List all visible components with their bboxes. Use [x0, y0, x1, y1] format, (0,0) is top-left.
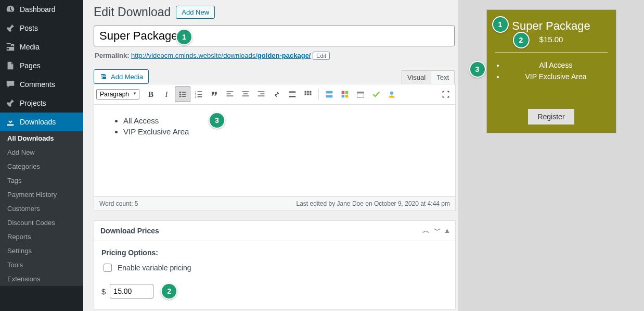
sidebar-item-downloads[interactable]: Downloads [0, 113, 83, 131]
align-right-button[interactable] [254, 87, 268, 102]
sub-item-add-new[interactable]: Add New [0, 145, 83, 159]
sidebar-item-media[interactable]: Media [0, 38, 83, 56]
price-input[interactable] [110, 284, 153, 298]
caret-up-icon[interactable]: ▴ [445, 226, 449, 235]
link-button[interactable] [269, 87, 284, 102]
checkmark-button[interactable] [369, 87, 383, 102]
sidebar-label: Dashboard [20, 5, 56, 14]
permalink-label: Permalink: [95, 52, 129, 59]
variable-pricing-toggle[interactable]: Enable variable pricing [101, 262, 448, 273]
page-title: Edit Download [94, 5, 171, 19]
svg-text:3: 3 [195, 96, 197, 98]
readmore-button[interactable] [285, 87, 300, 102]
numbered-list-button[interactable]: 123 [191, 87, 206, 102]
sidebar-label: Posts [20, 24, 38, 32]
register-button[interactable]: Register [528, 109, 574, 125]
calendar-button[interactable] [353, 87, 368, 102]
sub-item-extensions[interactable]: Extensions [0, 272, 83, 286]
annotation-bubble-1: 1 [176, 29, 192, 45]
preview-feature: VIP Exclusive Area [505, 72, 608, 81]
sub-item-discount-codes[interactable]: Discount Codes [0, 216, 83, 230]
svg-rect-9 [198, 94, 202, 95]
sub-item-categories[interactable]: Categories [0, 159, 83, 173]
add-media-button[interactable]: Add Media [94, 69, 149, 84]
svg-point-0 [179, 91, 181, 93]
svg-rect-35 [345, 95, 349, 98]
annotation-bubble-2: 2 [513, 32, 530, 48]
align-left-button[interactable] [223, 87, 237, 102]
svg-rect-29 [310, 93, 311, 95]
page-icon [5, 60, 16, 71]
permalink-edit-button[interactable]: Edit [313, 52, 330, 60]
sub-item-all-downloads[interactable]: All Downloads [0, 131, 83, 145]
add-media-label: Add Media [111, 73, 143, 81]
svg-rect-24 [305, 91, 306, 93]
svg-rect-37 [357, 92, 364, 93]
user-button[interactable] [384, 87, 399, 102]
sidebar-label: Media [20, 43, 40, 51]
sub-item-settings[interactable]: Settings [0, 244, 83, 258]
sub-item-payment-history[interactable]: Payment History [0, 188, 83, 202]
bullet-list-button[interactable] [175, 86, 190, 102]
tab-text[interactable]: Text [431, 70, 455, 84]
svg-rect-26 [310, 91, 311, 93]
chevron-down-icon[interactable]: ﹀ [434, 226, 441, 235]
sidebar-submenu: All Downloads Add New Categories Tags Pa… [0, 131, 83, 286]
fullscreen-button[interactable] [439, 87, 453, 102]
annotation-bubble-3: 3 [209, 112, 225, 129]
editor-toolbar: Paragraph B I 123 [94, 84, 455, 105]
sidebar-item-projects[interactable]: Projects [0, 94, 83, 113]
svg-rect-7 [198, 91, 202, 92]
bold-button[interactable]: B [144, 87, 158, 102]
tab-visual[interactable]: Visual [402, 70, 431, 84]
editor-box: Paragraph B I 123 [94, 84, 456, 211]
download-icon [5, 117, 16, 127]
word-count: Word count: 5 [99, 200, 138, 207]
paragraph-select[interactable]: Paragraph [96, 89, 139, 99]
sidebar-label: Projects [20, 99, 46, 107]
italic-button[interactable]: I [159, 87, 174, 102]
sub-item-customers[interactable]: Customers [0, 202, 83, 216]
sidebar-item-dashboard[interactable]: Dashboard [0, 0, 83, 19]
gauge-icon [5, 4, 16, 15]
sub-item-reports[interactable]: Reports [0, 230, 83, 244]
svg-rect-20 [258, 95, 265, 96]
svg-rect-34 [342, 95, 345, 98]
quote-button[interactable] [207, 87, 222, 102]
media-icon [5, 42, 16, 52]
svg-rect-11 [198, 96, 202, 97]
svg-rect-16 [243, 93, 248, 94]
sub-item-tools[interactable]: Tools [0, 258, 83, 272]
media-icon [99, 72, 108, 81]
editor-content[interactable]: All Access VIP Exclusive Area 3 [94, 105, 455, 196]
svg-rect-25 [307, 91, 308, 93]
align-center-button[interactable] [238, 87, 253, 102]
toolbar-toggle-button[interactable] [301, 87, 315, 102]
post-title-input[interactable] [94, 26, 455, 46]
content-bullet: All Access [123, 116, 444, 125]
svg-rect-21 [289, 91, 296, 92]
editor-tabs: Visual Text [402, 70, 455, 84]
variable-pricing-checkbox[interactable] [104, 264, 112, 272]
svg-rect-5 [182, 96, 186, 97]
svg-rect-13 [227, 93, 231, 94]
shortcode-button[interactable] [338, 87, 352, 102]
page-break-button[interactable] [322, 87, 337, 102]
sidebar-label: Comments [20, 80, 55, 89]
sidebar-item-pages[interactable]: Pages [0, 56, 83, 75]
sidebar-label: Downloads [20, 118, 56, 126]
svg-rect-28 [307, 93, 308, 95]
sub-item-tags[interactable]: Tags [0, 173, 83, 188]
chevron-up-icon[interactable]: ︿ [422, 226, 430, 235]
permalink-link[interactable]: http://videocm.cminds.website/downloads/… [131, 52, 311, 59]
add-new-button[interactable]: Add New [176, 6, 215, 19]
admin-sidebar: Dashboard Posts Media Pages Comments Pro… [0, 0, 83, 311]
content-bullet: VIP Exclusive Area [123, 127, 444, 136]
svg-rect-15 [242, 91, 249, 92]
download-prices-panel: Download Prices ︿ ﹀ ▴ Pricing Options: E… [94, 220, 456, 309]
sidebar-item-posts[interactable]: Posts [0, 19, 83, 38]
sidebar-item-comments[interactable]: Comments [0, 75, 83, 94]
permalink-row: Permalink: http://videocm.cminds.website… [95, 52, 447, 60]
svg-rect-17 [242, 95, 249, 96]
annotation-bubble-3: 3 [469, 61, 486, 78]
